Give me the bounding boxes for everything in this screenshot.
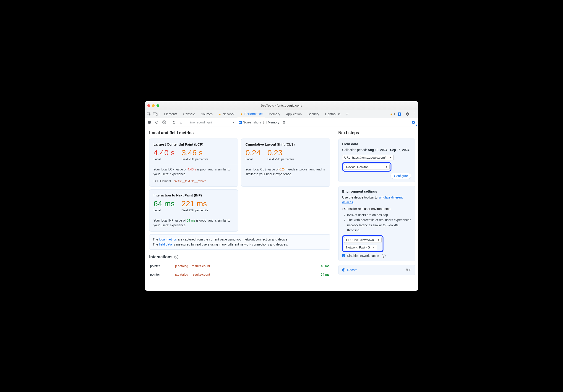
- screenshots-checkbox-input[interactable]: [239, 121, 242, 124]
- environment-panel: Environment settings Use the device tool…: [338, 186, 415, 261]
- recordings-select[interactable]: (no recordings) ▼: [188, 120, 236, 124]
- cls-description: Your local CLS value of 0.24 needs impro…: [245, 167, 326, 177]
- more-tabs-button[interactable]: [344, 111, 350, 117]
- inp-field-label: Field 75th percentile: [182, 209, 208, 212]
- perf-toolbar: (no recordings) ▼ Screenshots Memory: [145, 118, 418, 126]
- issues-count: 2: [402, 112, 403, 116]
- garbage-collect-icon[interactable]: [282, 120, 286, 125]
- field-data-link[interactable]: field data: [159, 243, 172, 246]
- inp-title: Interaction to Next Paint (INP): [154, 193, 234, 197]
- cls-card: Cumulative Layout Shift (CLS) 0.24 Local…: [241, 139, 330, 187]
- close-window-button[interactable]: [147, 104, 150, 107]
- local-metrics-link[interactable]: local metrics: [159, 237, 177, 241]
- memory-checkbox[interactable]: Memory: [263, 120, 280, 124]
- tab-network[interactable]: ▲Network: [216, 110, 237, 118]
- lcp-element-row[interactable]: LCP Element div.tile__text.tile__roboto: [154, 179, 234, 183]
- tab-elements[interactable]: Elements: [161, 110, 180, 118]
- tab-label: Memory: [269, 112, 280, 116]
- url-select[interactable]: URL: https://fonts.google.com/▼: [342, 155, 394, 160]
- inp-local-value: 64 ms: [154, 199, 175, 208]
- lcp-local-label: Local: [154, 157, 175, 161]
- device-toolbar-icon[interactable]: [152, 111, 158, 117]
- lcp-field-label: Field 75th percentile: [182, 157, 208, 161]
- next-steps-heading: Next steps: [338, 131, 415, 135]
- more-menu-icon[interactable]: ⋮: [411, 111, 417, 117]
- interaction-row[interactable]: pointerp.catalog__results-count48 ms: [149, 262, 330, 270]
- memory-label: Memory: [268, 120, 280, 124]
- tab-label: Application: [286, 112, 302, 116]
- clear-button[interactable]: [162, 120, 166, 125]
- consider-environments-disclosure[interactable]: Consider real user environments: [342, 207, 411, 211]
- svg-rect-3: [283, 122, 285, 124]
- devtools-window: DevTools - fonts.google.com/ ElementsCon…: [145, 101, 418, 291]
- inp-local-label: Local: [154, 209, 175, 212]
- capture-settings-gear-icon[interactable]: [411, 119, 417, 126]
- screenshots-checkbox[interactable]: Screenshots: [239, 120, 261, 124]
- tab-lighthouse[interactable]: Lighthouse: [322, 110, 344, 118]
- issues-indicator[interactable]: ❚2: [397, 112, 404, 116]
- warnings-indicator[interactable]: ▲1: [389, 112, 396, 116]
- warning-icon: ▲: [240, 112, 243, 116]
- interaction-selector: p.catalog__results-count: [174, 262, 312, 270]
- warning-icon: ▲: [218, 113, 221, 116]
- record-link[interactable]: Record: [342, 268, 358, 272]
- settings-gear-icon[interactable]: [405, 111, 411, 117]
- toolbar-separator: [169, 120, 169, 124]
- network-throttle-select[interactable]: Network: Fast 4G▼: [344, 245, 377, 250]
- main-panel: Local and field metrics Largest Contentf…: [145, 126, 335, 291]
- device-select[interactable]: Device: Desktop▼: [344, 164, 390, 170]
- screenshots-label: Screenshots: [243, 120, 261, 124]
- zoom-window-button[interactable]: [156, 104, 159, 107]
- tab-sources[interactable]: Sources: [198, 110, 215, 118]
- disable-cache-label: Disable network cache: [347, 254, 379, 258]
- interaction-duration: 64 ms: [312, 270, 330, 279]
- field-data-title: Field data: [342, 142, 411, 146]
- clear-interactions-icon[interactable]: [174, 255, 179, 259]
- record-label: Record: [347, 268, 358, 272]
- tab-security[interactable]: Security: [305, 110, 322, 118]
- interaction-kind: pointer: [149, 262, 174, 270]
- help-icon[interactable]: ?: [382, 254, 385, 258]
- tab-console[interactable]: Console: [180, 110, 198, 118]
- cls-title: Cumulative Layout Shift (CLS): [245, 142, 326, 146]
- lcp-element-label: LCP Element: [154, 179, 171, 183]
- cpu-throttle-select[interactable]: CPU: 20× slowdown▼: [344, 237, 382, 243]
- interactions-heading: Interactions: [149, 255, 330, 260]
- tabbar-separator: [160, 112, 160, 116]
- environment-title: Environment settings: [342, 189, 411, 193]
- throttling-highlight: CPU: 20× slowdown▼ Network: Fast 4G▼: [342, 235, 384, 252]
- recordings-select-label: (no recordings): [190, 120, 212, 124]
- configure-button[interactable]: Configure: [391, 173, 411, 179]
- reload-record-button[interactable]: [154, 120, 159, 125]
- collection-period: Collection period: Aug 19, 2024 - Sep 15…: [342, 148, 411, 152]
- tab-label: Network: [223, 112, 234, 116]
- minimize-window-button[interactable]: [152, 104, 155, 107]
- cls-local-label: Local: [245, 157, 260, 161]
- inspect-element-icon[interactable]: [146, 111, 152, 117]
- memory-checkbox-input[interactable]: [263, 121, 267, 124]
- side-panel: Next steps Field data Collection period:…: [335, 126, 418, 291]
- lcp-card: Largest Contentful Paint (LCP) 4.40 s Lo…: [149, 139, 238, 187]
- environment-hint: Use the device toolbar to simulate diffe…: [342, 195, 411, 205]
- environment-bullets: 82% of users are on desktop.The 75th per…: [347, 212, 411, 233]
- disable-cache-checkbox[interactable]: Disable network cache ?: [342, 254, 411, 258]
- tab-application[interactable]: Application: [283, 110, 305, 118]
- tab-label: Elements: [164, 112, 177, 116]
- upload-button[interactable]: [171, 120, 176, 125]
- disable-cache-input[interactable]: [342, 254, 345, 257]
- toolbar-separator-2: [186, 120, 186, 124]
- record-button[interactable]: [147, 120, 152, 125]
- download-button[interactable]: [179, 120, 184, 125]
- svg-rect-2: [156, 113, 157, 116]
- tab-label: Lighthouse: [325, 112, 341, 116]
- record-shortcut: ⌘ E: [406, 268, 411, 272]
- cls-field-value: 0.23: [267, 149, 294, 157]
- tab-memory[interactable]: Memory: [266, 110, 283, 118]
- panel-tabbar: ElementsConsoleSources▲Network▲Performan…: [145, 110, 418, 118]
- interaction-row[interactable]: pointerp.catalog__results-count64 ms: [149, 270, 330, 279]
- tab-performance[interactable]: ▲Performance: [237, 110, 265, 118]
- record-panel: Record ⌘ E: [338, 265, 415, 275]
- interaction-kind: pointer: [149, 270, 174, 279]
- titlebar: DevTools - fonts.google.com/: [145, 101, 418, 110]
- lcp-field-value: 3.46 s: [182, 149, 208, 157]
